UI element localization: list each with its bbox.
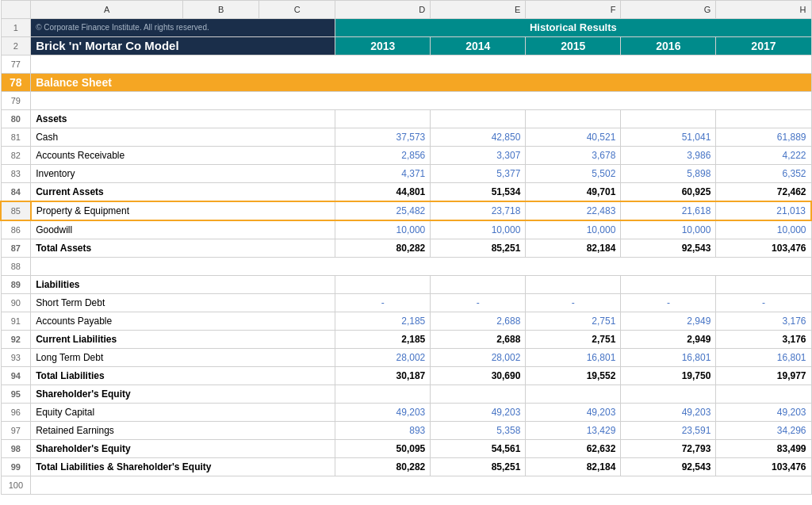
ta-2016: 92,543 <box>621 239 716 258</box>
short-term-debt-label: Short Term Debt <box>31 294 335 312</box>
row-num-94: 94 <box>1 367 31 385</box>
property-equipment-label: Property & Equipment <box>31 201 335 220</box>
ca-2016: 60,925 <box>621 183 716 202</box>
row-85-property-equipment: 85 Property & Equipment 25,482 23,718 22… <box>1 201 811 220</box>
inv-2016: 5,898 <box>621 165 716 183</box>
re-2015: 13,429 <box>526 422 621 440</box>
ap-2017: 3,176 <box>716 312 811 331</box>
gw-2015: 10,000 <box>526 220 621 239</box>
row-num-96: 96 <box>1 404 31 422</box>
accounts-payable-label: Accounts Payable <box>31 312 335 331</box>
row-num-88: 88 <box>1 258 31 276</box>
col-header-f: F <box>526 1 621 19</box>
row-num-86: 86 <box>1 220 31 239</box>
row-96-equity-capital: 96 Equity Capital 49,203 49,203 49,203 4… <box>1 404 811 422</box>
cash-2017: 61,889 <box>716 128 811 147</box>
ap-2015: 2,751 <box>526 312 621 331</box>
row-num-95: 95 <box>1 385 31 404</box>
std-2016: - <box>621 294 716 312</box>
row-100: 100 <box>1 476 811 495</box>
row-93-long-term-debt: 93 Long Term Debt 28,002 28,002 16,801 1… <box>1 349 811 367</box>
row-92-current-liabilities: 92 Current Liabilities 2,185 2,688 2,751… <box>1 331 811 349</box>
gw-2013: 10,000 <box>335 220 431 239</box>
model-name-cell: Brick 'n' Mortar Co Model <box>31 37 335 55</box>
row-num-93: 93 <box>1 349 31 367</box>
col-header-e: E <box>431 1 526 19</box>
row-num-97: 97 <box>1 422 31 440</box>
std-2013: - <box>335 294 431 312</box>
row-num-91: 91 <box>1 312 31 331</box>
row-num-98: 98 <box>1 440 31 458</box>
pe-2016: 21,618 <box>621 201 716 220</box>
row-94-total-liabilities: 94 Total Liabilities 30,187 30,690 19,55… <box>1 367 811 385</box>
col-header-d: D <box>335 1 431 19</box>
row-num-1: 1 <box>1 19 31 37</box>
total-liabilities-equity-label: Total Liabilities & Shareholder's Equity <box>31 458 335 476</box>
ta-2015: 82,184 <box>526 239 621 258</box>
re-2016: 23,591 <box>621 422 716 440</box>
tle-2014: 85,251 <box>431 458 526 476</box>
row-81-cash: 81 Cash 37,573 42,850 40,521 51,041 61,8… <box>1 128 811 147</box>
row-num-90: 90 <box>1 294 31 312</box>
ar-2014: 3,307 <box>431 147 526 165</box>
row-99-total-liabilities-equity: 99 Total Liabilities & Shareholder's Equ… <box>1 458 811 476</box>
total-assets-label: Total Assets <box>31 239 335 258</box>
pe-2014: 23,718 <box>431 201 526 220</box>
copyright-cell: © Corporate Finance Institute. All right… <box>31 19 335 37</box>
column-headers: A B C D E F G H <box>1 1 811 19</box>
cash-2015: 40,521 <box>526 128 621 147</box>
se-2017: 83,499 <box>716 440 811 458</box>
gw-2014: 10,000 <box>431 220 526 239</box>
tl-2014: 30,690 <box>431 367 526 385</box>
row-89-liabilities: 89 Liabilities <box>1 276 811 294</box>
row-90-short-term-debt: 90 Short Term Debt - - - - - <box>1 294 811 312</box>
row-num-100: 100 <box>1 476 31 495</box>
row-98-shareholders-equity: 98 Shareholder's Equity 50,095 54,561 62… <box>1 440 811 458</box>
cl-2015: 2,751 <box>526 331 621 349</box>
col-header-a: A <box>31 1 183 19</box>
row-num-85: 85 <box>1 201 31 220</box>
year-2013: 2013 <box>335 37 431 55</box>
row-num-87: 87 <box>1 239 31 258</box>
shareholders-equity-header-label: Shareholder's Equity <box>31 385 335 404</box>
tl-2013: 30,187 <box>335 367 431 385</box>
tl-2016: 19,750 <box>621 367 716 385</box>
goodwill-label: Goodwill <box>31 220 335 239</box>
pe-2015: 22,483 <box>526 201 621 220</box>
tl-2017: 19,977 <box>716 367 811 385</box>
row-num-79: 79 <box>1 92 31 110</box>
row-78-balance-sheet: 78 Balance Sheet <box>1 74 811 92</box>
row-num-81: 81 <box>1 128 31 147</box>
row-87-total-assets: 87 Total Assets 80,282 85,251 82,184 92,… <box>1 239 811 258</box>
pe-2017: 21,013 <box>716 201 811 220</box>
row-82-accounts-receivable: 82 Accounts Receivable 2,856 3,307 3,678… <box>1 147 811 165</box>
cl-2013: 2,185 <box>335 331 431 349</box>
ca-2015: 49,701 <box>526 183 621 202</box>
cl-2016: 2,949 <box>621 331 716 349</box>
col-header-g: G <box>621 1 716 19</box>
col-header-b: B <box>183 1 259 19</box>
long-term-debt-label: Long Term Debt <box>31 349 335 367</box>
ec-2016: 49,203 <box>621 404 716 422</box>
row-num-2: 2 <box>1 37 31 55</box>
total-liabilities-label: Total Liabilities <box>31 367 335 385</box>
ltd-2016: 16,801 <box>621 349 716 367</box>
ta-2014: 85,251 <box>431 239 526 258</box>
retained-earnings-label: Retained Earnings <box>31 422 335 440</box>
year-2014: 2014 <box>431 37 526 55</box>
ta-2013: 80,282 <box>335 239 431 258</box>
inv-2014: 5,377 <box>431 165 526 183</box>
shareholders-equity-label: Shareholder's Equity <box>31 440 335 458</box>
liabilities-label: Liabilities <box>31 276 335 294</box>
re-2013: 893 <box>335 422 431 440</box>
row-num-92: 92 <box>1 331 31 349</box>
row-2: 2 Brick 'n' Mortar Co Model 2013 2014 20… <box>1 37 811 55</box>
row-num-77: 77 <box>1 55 31 74</box>
cl-2017: 3,176 <box>716 331 811 349</box>
std-2014: - <box>431 294 526 312</box>
tl-2015: 19,552 <box>526 367 621 385</box>
row-num-82: 82 <box>1 147 31 165</box>
row-95-shareholders-equity-header: 95 Shareholder's Equity <box>1 385 811 404</box>
ar-2013: 2,856 <box>335 147 431 165</box>
year-2015: 2015 <box>526 37 621 55</box>
